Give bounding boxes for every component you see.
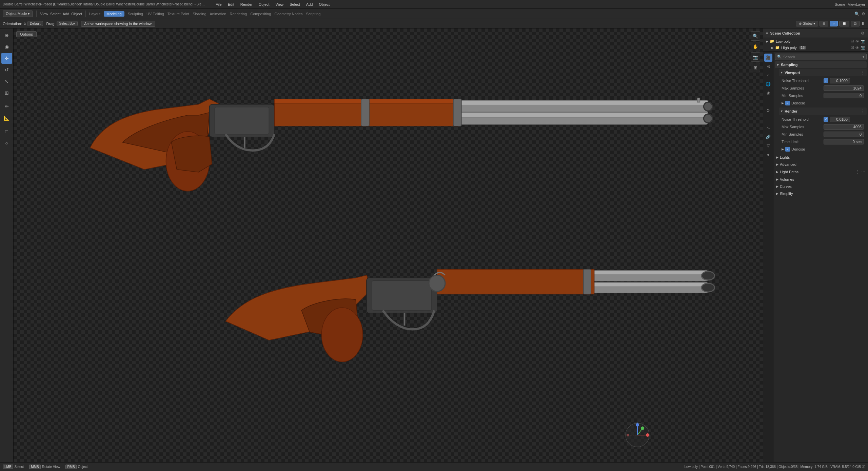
select-menu[interactable]: Select [50, 12, 61, 16]
filter-collections-icon[interactable]: ⚙ [860, 30, 865, 36]
filter-icon-btn[interactable]: ⚙ [862, 12, 865, 16]
properties-search-input[interactable] [783, 55, 861, 59]
high-poly-vis-checkbox[interactable]: ☑ [851, 45, 854, 50]
object-props-icon[interactable]: □ [764, 98, 772, 106]
render-max-samples-value[interactable]: 4096 [824, 124, 864, 130]
viewport[interactable]: 🔍 ✋ 📷 ⊞ Options X Y Z [14, 28, 763, 462]
view-menu[interactable]: View [40, 12, 48, 16]
annotate-tool-btn[interactable]: ✏ [1, 101, 12, 112]
curves-section[interactable]: ▶ Curves [775, 183, 867, 190]
new-collection-icon[interactable]: + [855, 30, 859, 36]
menu-render[interactable]: Render [238, 2, 255, 7]
add-cube-btn[interactable]: □ [1, 126, 12, 137]
constraints-icon[interactable]: 🔗 [764, 133, 772, 141]
select-tool-btn[interactable]: ◉ [1, 41, 12, 52]
light-paths-extra-icon[interactable]: ⋯ [861, 170, 865, 174]
render-noise-threshold-value[interactable]: 0.0100 [830, 117, 850, 122]
high-poly-collection[interactable]: ▶ 📁 High poly 16 ☑ 👁 📷 [769, 44, 868, 51]
render-menu-btn[interactable]: ⋮ [861, 109, 865, 114]
light-paths-section[interactable]: ▶ Light Paths ⋮ ⋯ [775, 168, 867, 176]
move-tool-btn[interactable]: ✛ [1, 53, 12, 64]
viewport-noise-threshold-value[interactable]: 0.1000 [830, 78, 850, 83]
world-props-icon[interactable]: ◉ [764, 89, 772, 97]
search-clear-icon[interactable]: ▾ [863, 55, 864, 59]
scripting-tab[interactable]: Scripting [306, 12, 321, 16]
cursor-tool-btn[interactable]: ⊕ [1, 30, 12, 41]
render-denoise-checkbox[interactable]: ✓ [785, 147, 790, 152]
menu-file[interactable]: File [213, 2, 224, 7]
uv-editing-tab[interactable]: UV Editing [146, 12, 164, 16]
transform-tool-btn[interactable]: ⊞ [1, 87, 12, 98]
low-poly-collection[interactable]: ▶ 📁 Low poly ☑ 👁 📷 [763, 38, 868, 44]
sampling-section-header[interactable]: ▼ Sampling [775, 61, 867, 68]
viewport-noise-threshold-checkbox[interactable]: ✓ [824, 78, 828, 83]
add-workspace-btn[interactable]: + [324, 12, 326, 16]
modeling-tab[interactable]: Modeling [104, 11, 124, 17]
add-menu[interactable]: Add [63, 12, 70, 16]
render-time-limit-value[interactable]: 0 sec [824, 139, 864, 144]
viewport-min-samples-value[interactable]: 0 [824, 93, 864, 98]
scene-props-icon[interactable]: 🌐 [764, 80, 772, 88]
snap-btn[interactable]: 🔲 [839, 21, 849, 26]
volumes-section[interactable]: ▶ Volumes [775, 176, 867, 183]
render-subsection-header[interactable]: ▼ Render ⋮ [779, 107, 867, 115]
drag-selector[interactable]: Select Box [57, 21, 78, 26]
measure-tool-btn[interactable]: 📐 [1, 113, 12, 123]
menu-view[interactable]: View [273, 2, 287, 7]
output-props-icon[interactable]: 🖨 [764, 62, 772, 71]
overlay-btn[interactable]: ⊡ [851, 21, 860, 26]
object-menu[interactable]: Object [71, 12, 82, 16]
transform-mode-btn[interactable]: ⊞ [820, 21, 828, 26]
camera-icon-btn[interactable]: 📷 [751, 52, 760, 62]
high-poly-eye-icon[interactable]: 👁 [855, 46, 859, 50]
viewport-gizmo[interactable]: X Y Z [624, 421, 651, 449]
menu-object-menu[interactable]: Object [256, 2, 272, 7]
high-poly-render-icon[interactable]: 📷 [861, 45, 865, 50]
simplify-section[interactable]: ▶ Simplify [775, 190, 867, 197]
layout-tab[interactable]: Layout [89, 12, 100, 16]
advanced-section[interactable]: ▶ Advanced [775, 161, 867, 168]
low-poly-vis-checkbox[interactable]: ☑ [851, 39, 854, 43]
modifier-props-icon[interactable]: ⚙ [764, 106, 772, 115]
geometry-nodes-tab[interactable]: Geometry Nodes [274, 12, 302, 16]
scale-tool-btn[interactable]: ⤡ [1, 76, 12, 87]
data-props-icon[interactable]: ▽ [764, 142, 772, 150]
global-transform-btn[interactable]: ⊛ Global ▾ [796, 21, 818, 26]
render-noise-threshold-checkbox[interactable]: ✓ [824, 117, 828, 122]
menu-object[interactable]: Object [316, 2, 332, 7]
material-props-icon[interactable]: ● [764, 151, 772, 159]
light-paths-menu-icon[interactable]: ⋮ [856, 170, 860, 174]
viewport-max-samples-value[interactable]: 1024 [824, 85, 864, 91]
menu-edit[interactable]: Edit [225, 2, 237, 7]
scene-filter-icon[interactable]: ≡ [766, 31, 768, 35]
physics-icon[interactable]: 〜 [764, 124, 772, 132]
low-poly-eye-icon[interactable]: 👁 [855, 39, 859, 43]
display-icon-btn[interactable]: ⊞ [751, 63, 760, 72]
view-layer-icon[interactable]: ○ [764, 71, 772, 79]
extra-tool-btn[interactable]: ○ [1, 138, 12, 149]
render-props-icon[interactable]: 🎥 [764, 54, 772, 62]
particles-icon[interactable]: · [764, 115, 772, 123]
viewport-menu-btn[interactable]: ⋮ [861, 70, 865, 75]
lights-section[interactable]: ▶ Lights [775, 154, 867, 161]
compositing-tab[interactable]: Compositing [250, 12, 271, 16]
mode-selector[interactable]: Object Mode ▾ [3, 11, 33, 17]
rendering-tab[interactable]: Rendering [230, 12, 247, 16]
viewport-denoise-checkbox[interactable]: ✓ [785, 101, 790, 105]
pan-icon-btn[interactable]: ✋ [751, 42, 760, 51]
render-min-samples-value[interactable]: 0 [824, 132, 864, 137]
shading-tab[interactable]: Shading [193, 12, 206, 16]
pause-btn[interactable]: ⏸ [861, 21, 865, 26]
low-poly-render-icon[interactable]: 📷 [861, 39, 865, 43]
rotate-tool-btn[interactable]: ↺ [1, 64, 12, 75]
texture-paint-tab[interactable]: Texture Paint [167, 12, 189, 16]
proportional-btn[interactable]: ○ [830, 21, 838, 26]
zoom-icon-btn[interactable]: 🔍 [751, 31, 760, 41]
orientation-selector[interactable]: Default [27, 21, 43, 26]
menu-select[interactable]: Select [287, 2, 303, 7]
menu-add[interactable]: Add [303, 2, 316, 7]
options-button[interactable]: Options [16, 31, 37, 37]
viewport-subsection-header[interactable]: ▼ Viewport ⋮ [779, 69, 867, 76]
sculpting-tab[interactable]: Sculpting [128, 12, 143, 16]
scene-icon-btn[interactable]: 🔍 [854, 12, 860, 16]
